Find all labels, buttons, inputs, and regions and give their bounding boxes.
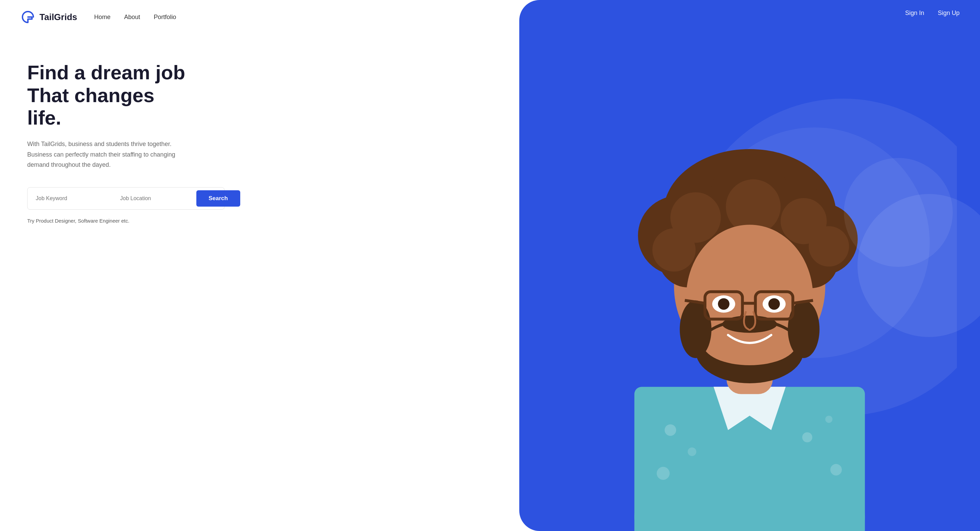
page-wrapper: TailGrids Home About Portfolio Find a dr… (0, 0, 980, 531)
nav-link-home[interactable]: Home (94, 14, 111, 21)
left-section: TailGrids Home About Portfolio Find a dr… (0, 0, 519, 531)
svg-point-38 (718, 298, 730, 310)
keyword-input[interactable] (30, 191, 109, 206)
nav-links: Home About Portfolio (94, 14, 176, 21)
logo-area: TailGrids (21, 10, 77, 24)
person-svg (542, 27, 957, 531)
svg-point-29 (680, 301, 711, 358)
nav-item-home[interactable]: Home (94, 14, 111, 21)
nav-left: TailGrids Home About Portfolio (21, 10, 176, 24)
logo-icon (21, 10, 35, 24)
svg-point-25 (809, 226, 850, 266)
nav-right-auth: Sign In Sign Up (905, 10, 959, 17)
search-box: Search (27, 187, 224, 210)
hero-content: Find a dream job That changes life. With… (0, 61, 218, 224)
svg-point-7 (802, 432, 813, 442)
svg-point-5 (665, 424, 676, 436)
svg-point-10 (830, 464, 842, 475)
nav-item-about[interactable]: About (124, 14, 140, 21)
right-section: Sign In Sign Up (519, 0, 980, 531)
nav-link-portfolio[interactable]: Portfolio (154, 14, 176, 21)
hero-description: With TailGrids, business and students th… (27, 139, 191, 170)
nav-item-portfolio[interactable]: Portfolio (154, 14, 176, 21)
navbar: TailGrids Home About Portfolio (0, 0, 519, 34)
person-image (542, 27, 957, 531)
svg-point-24 (652, 228, 695, 272)
svg-point-9 (657, 467, 670, 480)
location-input[interactable] (115, 191, 194, 206)
search-button[interactable]: Search (196, 190, 240, 207)
svg-point-41 (768, 298, 780, 310)
sign-up-link[interactable]: Sign Up (938, 10, 959, 17)
search-hint: Try Product Designer, Software Engineer … (27, 218, 191, 224)
svg-point-6 (688, 447, 696, 456)
sign-in-link[interactable]: Sign In (905, 10, 924, 17)
nav-link-about[interactable]: About (124, 14, 140, 21)
hero-title: Find a dream job That changes life. (27, 61, 191, 129)
logo-text: TailGrids (40, 12, 77, 22)
svg-point-8 (825, 416, 832, 423)
